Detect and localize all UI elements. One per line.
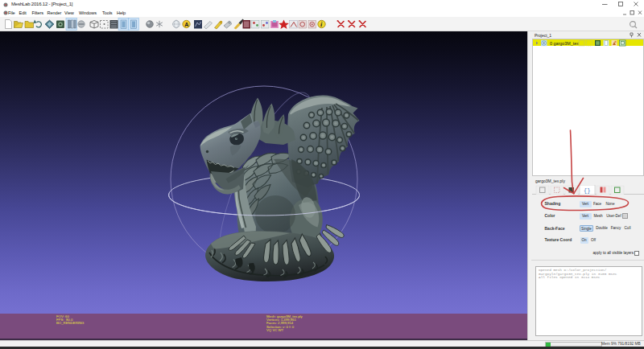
svg-text:{}: {} (584, 187, 590, 194)
svg-text:A: A (184, 21, 188, 28)
svg-text:0 gargo3M_tex: 0 gargo3M_tex (550, 40, 579, 45)
